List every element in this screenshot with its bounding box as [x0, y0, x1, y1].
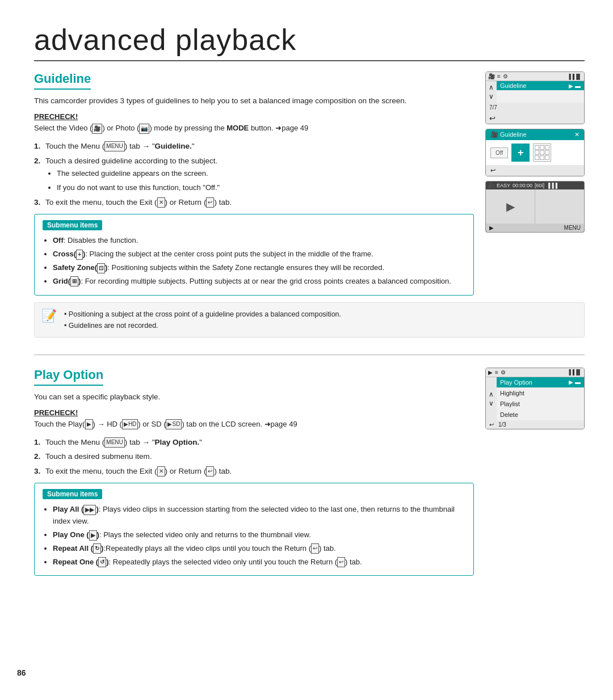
- po-playlist-label: Playlist: [500, 400, 520, 407]
- video-mode-icon: 🎥: [92, 124, 102, 134]
- play-option-heading: Play Option: [34, 368, 103, 386]
- guideline-steps: 1. Touch the Menu (MENU) tab → "Guidelin…: [34, 140, 474, 208]
- gl-options-row: Off +: [486, 140, 584, 165]
- grid-cell-5: [540, 150, 544, 155]
- play-option-step-2: 2. Touch a desired submenu item.: [34, 450, 474, 463]
- play-option-cam-screen: ▶ ≡ ⚙ ▐▐▐▌ ∧ ∨ Play Option ▶ ▬: [485, 368, 585, 429]
- po-play-option-label: Play Option: [500, 379, 532, 386]
- return-icon-po-step3: ↩: [206, 466, 214, 476]
- po-page-num: 1/3: [498, 421, 506, 428]
- play-all-icon: ▶▶: [83, 505, 96, 515]
- po-highlight-row[interactable]: Highlight: [497, 388, 584, 399]
- play-option-step-1: 1. Touch the Menu (MENU) tab → "Play Opt…: [34, 436, 474, 449]
- po-delete-label: Delete: [500, 411, 518, 418]
- gl-close-icon[interactable]: ✕: [574, 131, 580, 138]
- play-option-description: You can set a specific playback style.: [34, 391, 474, 403]
- play-icon-inline: ▶: [85, 419, 93, 429]
- grid-cell-1: [535, 145, 539, 150]
- po-up-arrow[interactable]: ∧: [489, 390, 494, 398]
- guideline-heading: Guideline: [34, 71, 91, 90]
- grid-icon: ⊞: [70, 276, 78, 286]
- guideline-submenu-off: Off: Disables the function.: [53, 235, 465, 247]
- po-submenu-play-all: Play All (▶▶): Plays video clips in succ…: [53, 504, 465, 528]
- po-highlight-label: Highlight: [500, 390, 524, 397]
- gl-cross-button[interactable]: +: [511, 144, 530, 162]
- guideline-precheck-text: Select the Video (🎥) or Photo (📷) mode b…: [34, 123, 474, 134]
- cam-return-area: ↩: [486, 112, 584, 124]
- po-menu-items: Play Option ▶ ▬ Highlight Playlist Delet…: [497, 377, 584, 420]
- guideline-description: This camcorder provides 3 types of guide…: [34, 95, 474, 107]
- guideline-popup-screen: 🎥 Guideline ✕ Off +: [485, 129, 585, 176]
- pb-thumbnail-area: ▶: [486, 189, 535, 224]
- play-option-steps: 1. Touch the Menu (MENU) tab → "Play Opt…: [34, 436, 474, 478]
- play-option-submenu-box: Submenu items Play All (▶▶): Plays video…: [34, 483, 474, 576]
- pb-top-bar: 🎥 EASY 00:00:00 [60i] ▐▐▐: [486, 182, 584, 189]
- cam-guideline-row[interactable]: Guideline ▶ ▬: [497, 81, 584, 91]
- pb-menu-btn[interactable]: MENU: [564, 225, 581, 231]
- guideline-arrow: ▶ ▬: [569, 83, 581, 89]
- cam-up-arrow[interactable]: ∧: [489, 83, 494, 91]
- guideline-submenu-safety: Safety Zone(⊡): Positioning subjects wit…: [53, 262, 465, 274]
- cam-down-arrow[interactable]: ∨: [489, 92, 494, 100]
- po-playlist-row[interactable]: Playlist: [497, 399, 584, 410]
- po-submenu-repeat-one: Repeat One (↺): Repeatedly plays the sel…: [53, 556, 465, 568]
- guideline-section: Guideline This camcorder provides 3 type…: [34, 71, 585, 338]
- po-play-icon: ▶: [488, 369, 493, 376]
- settings-bar-icon: ⚙: [503, 73, 508, 79]
- cross-icon: +: [76, 250, 83, 260]
- note-content: • Positioning a subject at the cross poi…: [64, 309, 341, 331]
- guideline-precheck-label: PRECHECK!: [34, 112, 474, 121]
- gl-grid-button[interactable]: [533, 144, 551, 162]
- po-page-row: ↩ 1/3: [486, 420, 584, 429]
- po-down-arrow[interactable]: ∨: [489, 399, 494, 407]
- play-option-precheck-text: Touch the Play(▶) → HD (▶HD) or SD (▶SD)…: [34, 419, 474, 431]
- pb-timecode: 00:00:00: [513, 183, 532, 188]
- gl-video-icon: 🎥 Guideline: [490, 131, 527, 138]
- pb-play-icon-large: ▶: [506, 200, 515, 213]
- menu-icon-po-step1: MENU: [104, 437, 124, 448]
- gl-return-icon[interactable]: ↩: [490, 167, 496, 174]
- cam-menu-items: Guideline ▶ ▬: [497, 81, 584, 103]
- guideline-cam-screen-1: 🎥 ≡ ⚙ ▐▐▐▌ ∧ ∨ Guideline ▶ ▬: [485, 71, 585, 124]
- repeat-one-icon: ↺: [98, 557, 106, 567]
- guideline-submenu-list: Off: Disables the function. Cross(+): Pl…: [43, 235, 465, 287]
- po-return-icon[interactable]: ↩: [489, 421, 494, 428]
- po-settings-icon: ⚙: [501, 369, 506, 376]
- guideline-label: Guideline: [500, 82, 526, 89]
- gl-off-button[interactable]: Off: [490, 147, 508, 158]
- guideline-step-2: 2. Touch a desired guideline according t…: [34, 155, 474, 194]
- guideline-step-2-sub2: If you do not want to use this function,…: [57, 182, 474, 194]
- pb-easy-label: EASY: [497, 183, 510, 188]
- po-delete-row[interactable]: Delete: [497, 410, 584, 420]
- pb-quality-icon: [60i]: [535, 183, 544, 188]
- play-option-step-3: 3. To exit the menu, touch the Exit (✕) …: [34, 465, 474, 478]
- pb-content-area: ▶: [486, 189, 584, 224]
- note-icon: 📝: [41, 309, 58, 331]
- pb-battery-icon: ▐▐▐: [547, 183, 557, 188]
- po-submenu-repeat-all: Repeat All (↻):Repeatedly plays all the …: [53, 543, 465, 555]
- menu-bar-icon: ≡: [497, 73, 501, 79]
- video-icon-bar: 🎥: [488, 73, 495, 79]
- play-one-icon: ▶: [89, 530, 97, 541]
- guideline-submenu-cross: Cross(+): Placing the subject at the cen…: [53, 248, 465, 260]
- guideline-note-box: 📝 • Positioning a subject at the cross p…: [34, 302, 585, 338]
- play-option-screenshots: ▶ ≡ ⚙ ▐▐▐▌ ∧ ∨ Play Option ▶ ▬: [485, 368, 585, 429]
- grid-cell-3: [545, 145, 549, 150]
- playback-preview-screen: 🎥 EASY 00:00:00 [60i] ▐▐▐ ▶ ▶ MENU: [485, 181, 585, 233]
- po-play-option-row[interactable]: Play Option ▶ ▬: [497, 377, 584, 388]
- pb-play-btn[interactable]: ▶: [489, 225, 494, 231]
- hd-icon-inline: ▶HD: [122, 419, 138, 429]
- cam-up-down: ∧ ∨: [486, 81, 497, 103]
- guideline-submenu-title: Submenu items: [43, 220, 102, 230]
- play-option-section: Play Option You can set a specific playb…: [34, 368, 585, 576]
- return-icon-po-ro: ↩: [337, 557, 345, 567]
- cam-return-icon[interactable]: ↩: [489, 114, 496, 123]
- cam-page-num: 7/7: [489, 104, 497, 111]
- cam-top-bar-1: 🎥 ≡ ⚙ ▐▐▐▌: [486, 72, 584, 81]
- menu-icon-step1: MENU: [104, 141, 124, 151]
- po-nav-and-menu: ∧ ∨ Play Option ▶ ▬ Highlight Playlist: [486, 377, 584, 420]
- pb-right-area: [535, 189, 584, 224]
- po-menu-icon: ≡: [495, 369, 498, 376]
- exit-icon-step3: ✕: [157, 197, 165, 208]
- po-battery-icon: ▐▐▐▌: [567, 369, 582, 375]
